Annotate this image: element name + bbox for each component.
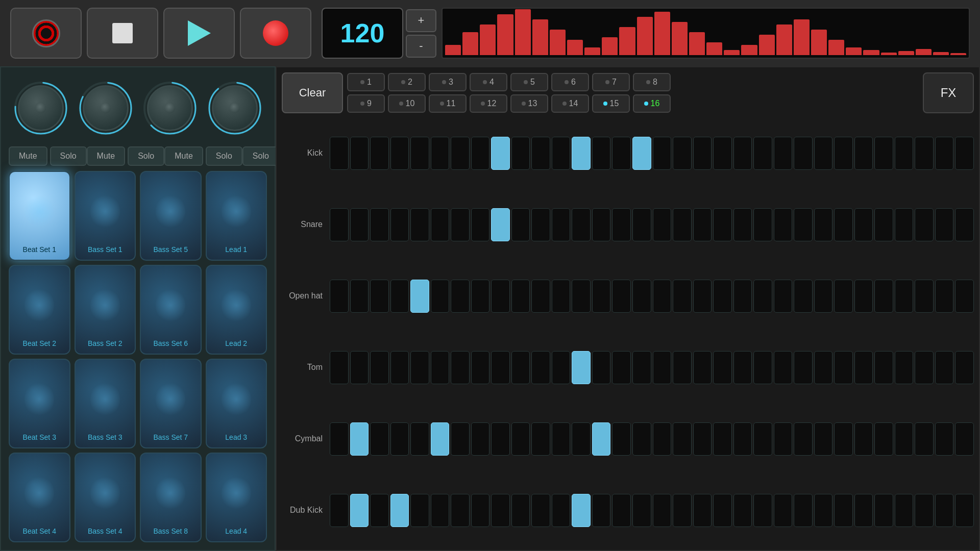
seq-cell-3-23[interactable]	[794, 351, 813, 384]
record-button[interactable]	[240, 8, 311, 59]
knob-3[interactable]	[147, 85, 193, 131]
seq-cell-3-22[interactable]	[774, 351, 793, 384]
seq-cell-0-15[interactable]	[632, 137, 651, 170]
seq-cell-3-4[interactable]	[410, 351, 429, 384]
seq-cell-0-19[interactable]	[713, 137, 732, 170]
seq-cell-2-10[interactable]	[531, 280, 550, 313]
seq-cell-1-11[interactable]	[552, 208, 571, 241]
seq-cell-4-2[interactable]	[370, 422, 389, 456]
step-btn-0-6[interactable]: 7	[592, 73, 630, 91]
seq-cell-1-8[interactable]	[491, 208, 510, 241]
seq-cell-0-16[interactable]	[653, 137, 672, 170]
step-btn-0-1[interactable]: 2	[388, 73, 426, 91]
seq-cell-5-0[interactable]	[330, 494, 349, 527]
seq-cell-0-7[interactable]	[471, 137, 490, 170]
seq-cell-0-10[interactable]	[531, 137, 550, 170]
seq-cell-5-22[interactable]	[774, 494, 793, 527]
seq-cell-2-17[interactable]	[673, 280, 692, 313]
seq-cell-4-1[interactable]	[350, 422, 369, 456]
seq-cell-5-11[interactable]	[552, 494, 571, 527]
seq-cell-1-30[interactable]	[935, 208, 954, 241]
seq-cell-1-16[interactable]	[653, 208, 672, 241]
seq-cell-3-1[interactable]	[350, 351, 369, 384]
seq-cell-0-21[interactable]	[753, 137, 772, 170]
solo-2-button[interactable]: Solo	[128, 146, 164, 166]
seq-cell-2-5[interactable]	[431, 280, 450, 313]
seq-cell-1-18[interactable]	[693, 208, 712, 241]
seq-cell-5-7[interactable]	[471, 494, 490, 527]
seq-cell-0-23[interactable]	[794, 137, 813, 170]
seq-cell-0-27[interactable]	[874, 137, 893, 170]
seq-cell-1-20[interactable]	[733, 208, 752, 241]
mute-1-button[interactable]: Mute	[9, 146, 47, 166]
seq-cell-1-26[interactable]	[854, 208, 873, 241]
step-btn-1-5[interactable]: 14	[551, 94, 589, 113]
seq-cell-4-18[interactable]	[693, 422, 712, 456]
seq-cell-4-29[interactable]	[915, 422, 934, 456]
solo-1-button[interactable]: Solo	[50, 146, 87, 166]
seq-cell-5-28[interactable]	[895, 494, 914, 527]
seq-cell-1-6[interactable]	[451, 208, 470, 241]
pad-0[interactable]: Beat Set 1	[9, 171, 70, 261]
step-btn-0-2[interactable]: 3	[429, 73, 467, 91]
seq-cell-2-18[interactable]	[693, 280, 712, 313]
seq-cell-5-8[interactable]	[491, 494, 510, 527]
seq-cell-1-27[interactable]	[874, 208, 893, 241]
seq-cell-5-23[interactable]	[794, 494, 813, 527]
seq-cell-5-31[interactable]	[955, 494, 974, 527]
seq-cell-3-6[interactable]	[451, 351, 470, 384]
seq-cell-5-26[interactable]	[854, 494, 873, 527]
seq-cell-1-9[interactable]	[511, 208, 530, 241]
seq-cell-2-12[interactable]	[572, 280, 591, 313]
seq-cell-0-9[interactable]	[511, 137, 530, 170]
seq-cell-0-17[interactable]	[673, 137, 692, 170]
seq-cell-3-15[interactable]	[632, 351, 651, 384]
seq-cell-4-24[interactable]	[814, 422, 833, 456]
seq-cell-5-6[interactable]	[451, 494, 470, 527]
seq-cell-1-19[interactable]	[713, 208, 732, 241]
seq-cell-2-24[interactable]	[814, 280, 833, 313]
seq-cell-3-14[interactable]	[612, 351, 631, 384]
seq-cell-4-23[interactable]	[794, 422, 813, 456]
seq-cell-4-22[interactable]	[774, 422, 793, 456]
seq-cell-3-21[interactable]	[753, 351, 772, 384]
seq-cell-3-25[interactable]	[834, 351, 853, 384]
seq-cell-0-18[interactable]	[693, 137, 712, 170]
seq-cell-5-2[interactable]	[370, 494, 389, 527]
seq-cell-2-26[interactable]	[854, 280, 873, 313]
seq-cell-4-26[interactable]	[854, 422, 873, 456]
seq-cell-5-25[interactable]	[834, 494, 853, 527]
pad-3[interactable]: Lead 1	[206, 171, 267, 261]
seq-cell-3-8[interactable]	[491, 351, 510, 384]
seq-cell-2-11[interactable]	[552, 280, 571, 313]
seq-cell-0-28[interactable]	[895, 137, 914, 170]
seq-cell-4-21[interactable]	[753, 422, 772, 456]
seq-cell-0-4[interactable]	[410, 137, 429, 170]
mute-3-button[interactable]: Mute	[164, 146, 203, 166]
seq-cell-5-30[interactable]	[935, 494, 954, 527]
seq-cell-3-30[interactable]	[935, 351, 954, 384]
seq-cell-3-20[interactable]	[733, 351, 752, 384]
seq-cell-3-0[interactable]	[330, 351, 349, 384]
seq-cell-3-24[interactable]	[814, 351, 833, 384]
seq-cell-0-3[interactable]	[390, 137, 409, 170]
seq-cell-2-28[interactable]	[895, 280, 914, 313]
seq-cell-2-31[interactable]	[955, 280, 974, 313]
seq-cell-4-10[interactable]	[531, 422, 550, 456]
seq-cell-1-10[interactable]	[531, 208, 550, 241]
seq-cell-5-1[interactable]	[350, 494, 369, 527]
solo-4-button[interactable]: Solo	[242, 146, 279, 166]
seq-cell-0-25[interactable]	[834, 137, 853, 170]
seq-cell-1-14[interactable]	[612, 208, 631, 241]
seq-cell-4-28[interactable]	[895, 422, 914, 456]
seq-cell-3-13[interactable]	[592, 351, 611, 384]
bpm-plus-button[interactable]: +	[406, 9, 436, 32]
seq-cell-3-31[interactable]	[955, 351, 974, 384]
pad-9[interactable]: Bass Set 3	[75, 359, 136, 448]
seq-cell-1-17[interactable]	[673, 208, 692, 241]
pad-13[interactable]: Bass Set 4	[75, 453, 136, 542]
seq-cell-3-3[interactable]	[390, 351, 409, 384]
seq-cell-2-27[interactable]	[874, 280, 893, 313]
seq-cell-0-1[interactable]	[350, 137, 369, 170]
seq-cell-2-2[interactable]	[370, 280, 389, 313]
